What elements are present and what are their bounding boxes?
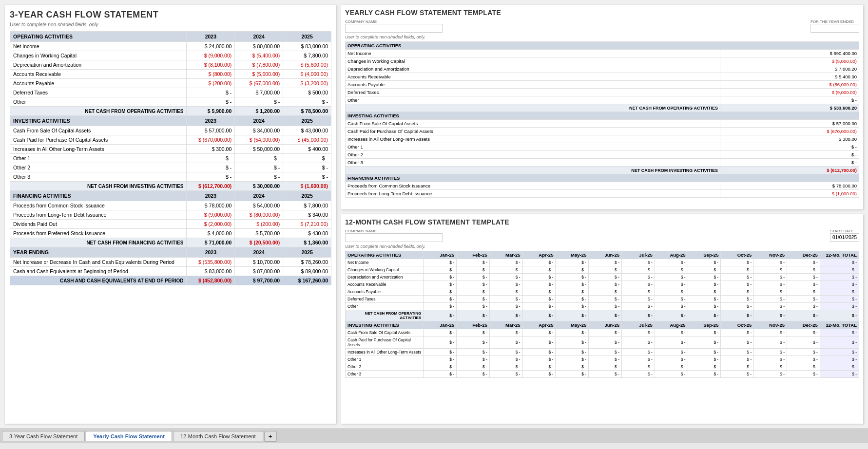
tab-yearly[interactable]: Yearly Cash Flow Statement [86, 431, 172, 441]
cell-value: $ - [424, 281, 457, 288]
cell-value: $ (200.00) [187, 79, 235, 88]
monthly-investing-header: INVESTING ACTIVITIES Jan-25 Feb-25 Mar-2… [346, 321, 859, 329]
row-label: Other 3 [10, 172, 187, 182]
cell-value: $ - [721, 329, 754, 337]
monthly-company-header: COMPANY NAME START DATE 01/01/2025 [345, 229, 859, 242]
row-label: Other 1 [346, 143, 720, 151]
row-label: Increases in All Other Long-Term Assets [10, 145, 187, 154]
tab-12month[interactable]: 12-Month Cash Flow Statement [173, 431, 263, 441]
cell-value: $ 83,000.00 [187, 267, 235, 276]
monthly-company-input[interactable] [345, 233, 443, 242]
cell-value: $ 43,000.00 [283, 126, 331, 135]
subtotal-label: NET CASH FROM INVESTING ACTIVITIES [346, 167, 720, 174]
month-nov: Nov-25 [754, 251, 787, 259]
cell-value: $ (200.00) [235, 220, 283, 229]
table-row: Accounts Payable$ (56,000.00) [346, 81, 859, 89]
cell-value: $ - [622, 356, 655, 363]
year-ended-input[interactable] [810, 24, 859, 33]
grand-total-label: CASH AND CASH EQUIVALENTS AT END OF PERI… [10, 276, 187, 285]
left-panel-subtitle: User to complete non-shaded fields, only… [10, 22, 331, 27]
cell-value: $ - [187, 163, 235, 172]
cell-value: $ - [688, 363, 721, 371]
table-row: Dividends Paid Out $ (2,000.00) $ (200.0… [10, 220, 331, 229]
cell-value: $ - [622, 281, 655, 288]
month-total: 12-Mo. TOTAL [820, 251, 859, 259]
row-label: Proceeds from Long-Term Debt Issuance [10, 210, 187, 220]
table-row: Increases in All Other Long-Term Assets$… [346, 349, 859, 356]
yearly-investing-header: INVESTING ACTIVITIES [346, 112, 859, 120]
table-row: Other$ -$ -$ -$ -$ -$ -$ -$ -$ -$ -$ -$ … [346, 303, 859, 310]
cell-value: $ 300.00 [187, 145, 235, 154]
subtotal-apr: $ - [522, 310, 556, 321]
table-row: Cash From Sale Of Capital Assets $ 57,00… [10, 126, 331, 135]
cell-value: $ - [489, 281, 522, 288]
cell-value: $ - [589, 288, 622, 296]
table-row: Depreciation and Amortization$ -$ -$ -$ … [346, 274, 859, 281]
cell-value: $ (670,000.00) [720, 128, 859, 135]
cell-value: $ - [489, 349, 522, 356]
table-row: Cash Paid for Purchase Of Capital Assets… [10, 135, 331, 145]
yearly-subtitle: User to complete non-shaded fields, only… [345, 35, 859, 39]
start-date-section: START DATE 01/01/2025 [830, 229, 859, 242]
cell-value: $ - [424, 349, 457, 356]
cell-value: $ - [283, 154, 331, 163]
cell-value: $ - [820, 349, 859, 356]
cell-value: $ - [820, 288, 859, 296]
investing-aug: Aug-25 [655, 321, 688, 329]
table-row: Other 2 $ - $ - $ - $ - $ - $ - $ - $ - … [346, 363, 859, 371]
cell-value: $ - [589, 349, 622, 356]
table-row: Other 1 $ - $ - $ - $ - $ - $ - $ - $ - … [346, 356, 859, 363]
cell-value: $ - [424, 266, 457, 274]
cell-value: $ - [820, 337, 859, 349]
cell-value: $ - [522, 356, 556, 363]
cell-value: $ (5,600.00) [235, 70, 283, 79]
cell-value: $ - [787, 303, 820, 310]
monthly-panel-title: 12-MONTH CASH FLOW STATEMENT TEMPLATE [345, 218, 859, 226]
cell-value: $ 78,000.00 [187, 201, 235, 210]
cell-value: $ - [820, 274, 859, 281]
cell-value: $ - [820, 356, 859, 363]
cell-value: $ - [457, 266, 490, 274]
cell-value: $ (7,210.00) [283, 220, 331, 229]
table-row: Proceeds from Long-Term Debt Issuance $ … [10, 210, 331, 220]
table-row: Depreciation and Amortization $ (8,100.0… [10, 60, 331, 70]
month-may: May-25 [556, 251, 589, 259]
row-label: Cash and Cash Equivalents at Beginning o… [10, 267, 187, 276]
cell-value: $ - [787, 349, 820, 356]
cell-value: $ 340.00 [283, 210, 331, 220]
yearending-year-2023: 2023 [187, 247, 235, 258]
cell-value: $ (535,800.00) [187, 258, 235, 267]
row-label: Proceeds from Common Stock Issuance [346, 182, 720, 190]
cell-value: $ (9,000.00) [187, 210, 235, 220]
cell-value: $ - [424, 259, 457, 266]
table-row: Other 1$ - [346, 143, 859, 151]
main-area: 3-YEAR CASH FLOW STATEMENT User to compl… [0, 0, 868, 429]
company-name-input[interactable] [345, 24, 443, 33]
cell-value: $ 89,000.00 [283, 267, 331, 276]
cell-value: $ - [721, 303, 754, 310]
cell-value: $ - [522, 371, 556, 378]
cell-value: $ - [235, 97, 283, 107]
cell-value: $ - [424, 296, 457, 303]
table-row: Deferred Taxes $ - $ 7,000.00 $ 500.00 [10, 88, 331, 97]
cell-value: $ 590,400.00 [720, 50, 859, 57]
cell-value: $ - [457, 288, 490, 296]
table-row: Other 2$ - [346, 151, 859, 159]
cell-value: $ - [721, 371, 754, 378]
tab-3year[interactable]: 3-Year Cash Flow Statement [2, 431, 85, 441]
cell-value: $ - [522, 363, 556, 371]
cell-value: $ - [283, 97, 331, 107]
yearly-table: OPERATING ACTIVITIES Net Income$ 590,400… [345, 41, 859, 198]
investing-total-header: 12-Mo. TOTAL [820, 321, 859, 329]
cell-value: $ - [688, 349, 721, 356]
cell-value: $ - [556, 274, 589, 281]
cell-value: $ - [787, 266, 820, 274]
subtotal-label: NET CASH FROM INVESTING ACTIVITIES [10, 182, 187, 191]
cell-value: $ - [235, 154, 283, 163]
subtotal-value: $ (20,500.00) [235, 238, 283, 247]
cell-value: $ - [457, 259, 490, 266]
cell-value: $ (80,000.00) [235, 210, 283, 220]
tab-add-button[interactable]: + [264, 431, 277, 442]
cell-value: $ - [721, 266, 754, 274]
table-row: Accounts Receivable$ -$ -$ -$ -$ -$ -$ -… [346, 281, 859, 288]
